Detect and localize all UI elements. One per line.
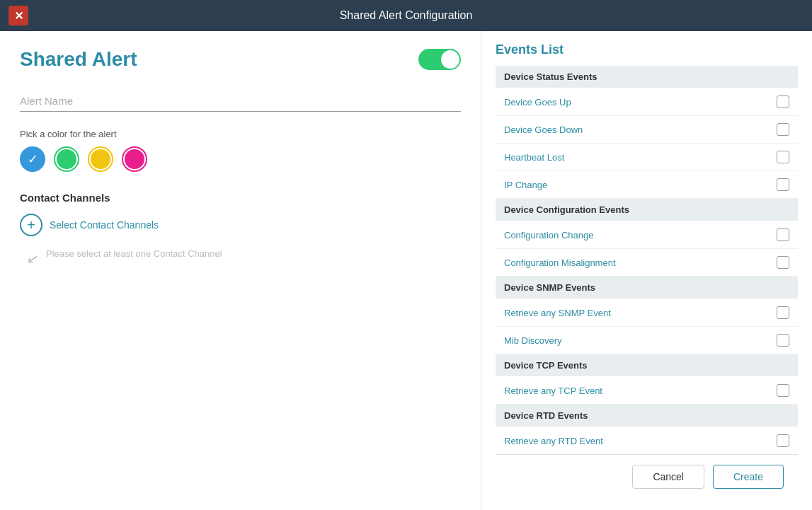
- event-name: Heartbeat Lost: [504, 152, 564, 163]
- main-content: Shared Alert Pick a color for the alert …: [0, 31, 812, 510]
- color-option-green[interactable]: [54, 146, 79, 172]
- close-button[interactable]: ✕: [8, 6, 28, 25]
- left-panel: Shared Alert Pick a color for the alert …: [0, 31, 481, 510]
- right-panel: Events List Device Status EventsDevice G…: [481, 31, 812, 510]
- yellow-dot: [91, 149, 110, 169]
- color-picker-section: Pick a color for the alert ✓: [20, 129, 461, 172]
- title-bar-title: Shared Alert Configuration: [340, 9, 473, 22]
- alert-name-input[interactable]: [20, 91, 461, 112]
- shared-alert-header: Shared Alert: [20, 48, 461, 71]
- events-container: Device Status EventsDevice Goes UpDevice…: [496, 66, 798, 454]
- event-checkbox[interactable]: [777, 384, 789, 397]
- event-name: Mib Discovery: [504, 335, 562, 346]
- event-checkbox[interactable]: [777, 256, 789, 269]
- event-item: Device Goes Down: [496, 116, 798, 144]
- event-name: Configuration Change: [504, 230, 593, 240]
- green-dot: [57, 149, 76, 169]
- color-option-pink[interactable]: [122, 146, 147, 172]
- cancel-button[interactable]: Cancel: [632, 465, 704, 489]
- create-button[interactable]: Create: [713, 465, 784, 489]
- footer: Cancel Create: [496, 454, 798, 499]
- event-checkbox[interactable]: [777, 334, 789, 347]
- event-item: Configuration Misalignment: [496, 249, 798, 277]
- event-item: Device Goes Up: [496, 88, 798, 116]
- event-item: Retrieve any TCP Event: [496, 377, 798, 405]
- color-options: ✓: [20, 146, 461, 172]
- event-item: Retrieve any RTD Event: [496, 427, 798, 454]
- color-option-yellow[interactable]: [88, 146, 113, 172]
- event-item: IP Change: [496, 171, 798, 199]
- event-name: IP Change: [504, 180, 547, 190]
- event-category: Device SNMP Events: [496, 277, 798, 299]
- check-icon: ✓: [28, 151, 38, 167]
- event-category: Device Configuration Events: [496, 199, 798, 221]
- event-name: Configuration Misalignment: [504, 257, 616, 268]
- event-name: Retrieve any TCP Event: [504, 386, 602, 396]
- contact-channels-section: Contact Channels + Select Contact Channe…: [20, 192, 461, 493]
- color-option-blue[interactable]: ✓: [20, 146, 45, 172]
- event-checkbox[interactable]: [777, 228, 789, 241]
- contact-channels-title: Contact Channels: [20, 192, 461, 204]
- event-checkbox[interactable]: [777, 306, 789, 319]
- hint-arrow-icon: ↙: [25, 250, 40, 269]
- add-channel-text: Select Contact Channels: [50, 219, 159, 231]
- hint-text: Please select at least one Contact Chann…: [46, 248, 222, 260]
- alert-name-section: [20, 91, 461, 112]
- event-category: Device RTD Events: [496, 405, 798, 427]
- event-item: Retrieve any SNMP Event: [496, 299, 798, 327]
- toggle-switch[interactable]: [418, 49, 461, 70]
- event-item: Mib Discovery: [496, 327, 798, 354]
- event-item: Configuration Change: [496, 221, 798, 249]
- event-name: Retrieve any SNMP Event: [504, 308, 611, 318]
- event-checkbox[interactable]: [777, 95, 789, 108]
- pink-dot: [125, 149, 144, 169]
- channel-hint: ↙ Please select at least one Contact Cha…: [27, 248, 461, 267]
- title-bar: ✕ Shared Alert Configuration: [0, 0, 812, 31]
- event-category: Device TCP Events: [496, 354, 798, 376]
- event-checkbox[interactable]: [777, 151, 789, 163]
- event-name: Retrieve any RTD Event: [504, 436, 603, 446]
- event-checkbox[interactable]: [777, 123, 789, 136]
- color-picker-label: Pick a color for the alert: [20, 129, 461, 139]
- events-list-title: Events List: [496, 42, 798, 57]
- event-checkbox[interactable]: [777, 434, 789, 447]
- add-channel-button[interactable]: + Select Contact Channels: [20, 214, 461, 236]
- event-category: Device Status Events: [496, 66, 798, 88]
- event-checkbox[interactable]: [777, 178, 789, 191]
- event-name: Device Goes Up: [504, 97, 571, 108]
- add-btn-circle: +: [20, 214, 42, 236]
- shared-alert-title: Shared Alert: [20, 48, 137, 71]
- event-item: Heartbeat Lost: [496, 144, 798, 171]
- event-name: Device Goes Down: [504, 124, 583, 135]
